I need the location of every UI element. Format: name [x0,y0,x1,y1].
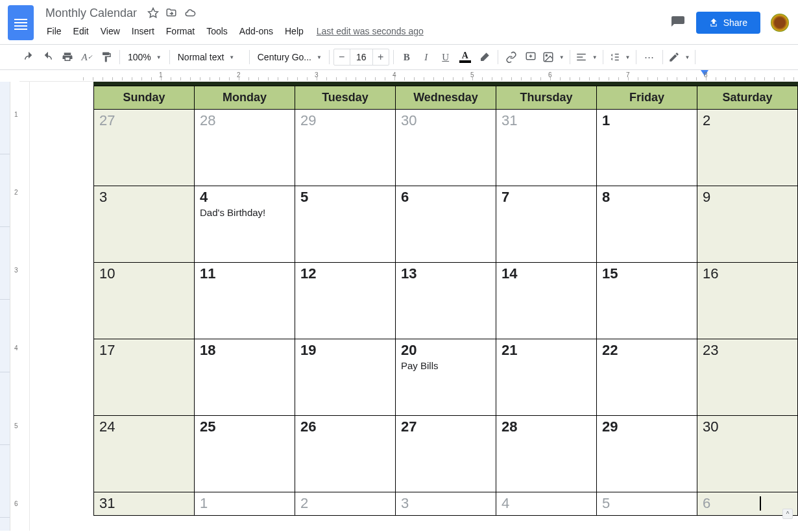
calendar-event[interactable]: Dad's Birthday! [200,207,289,218]
calendar-cell[interactable]: 15 [597,263,697,339]
calendar-cell[interactable]: 1 [597,110,697,186]
day-header[interactable]: Wednesday [396,86,496,110]
font-size-decrease[interactable]: − [334,49,350,65]
calendar-cell[interactable]: 20Pay Bills [396,339,496,416]
day-number: 26 [300,418,390,435]
calendar-cell[interactable]: 13 [396,263,496,339]
calendar-cell[interactable]: 22 [597,339,697,416]
day-header[interactable]: Sunday [94,86,195,110]
highlight-button[interactable] [476,48,494,66]
calendar-cell[interactable]: 9 [697,186,798,263]
paint-format-button[interactable] [97,48,115,66]
insert-image-button[interactable]: ▼ [541,48,566,66]
day-header[interactable]: Tuesday [295,86,396,110]
last-edit-link[interactable]: Last edit was seconds ago [317,26,424,36]
menu-insert[interactable]: Insert [127,23,160,39]
calendar-cell[interactable]: 2 [697,110,798,186]
calendar-cell[interactable]: 3 [94,186,195,263]
bold-button[interactable]: B [398,48,416,66]
calendar-cell[interactable]: 11 [195,263,295,339]
day-number: 14 [502,265,591,282]
calendar-cell[interactable]: 14 [496,263,597,339]
font-size-input[interactable]: 16 [350,49,373,65]
calendar-cell[interactable]: 28 [195,110,295,186]
calendar-cell[interactable]: 8 [597,186,697,263]
vertical-ruler[interactable]: 123456 [10,82,30,531]
day-header[interactable]: Saturday [697,86,798,110]
calendar-cell[interactable]: 29 [597,416,697,492]
add-comment-button[interactable] [522,48,540,66]
calendar-cell[interactable]: 31 [496,110,597,186]
calendar-cell[interactable]: 17 [94,339,195,416]
menu-format[interactable]: Format [161,23,200,39]
calendar-cell[interactable]: 4 [496,492,597,516]
cloud-status-icon[interactable] [184,7,197,19]
redo-button[interactable] [39,48,57,66]
calendar-cell[interactable]: 7 [496,186,597,263]
editing-mode-button[interactable]: ▼ [667,48,692,66]
underline-button[interactable]: U [437,48,455,66]
calendar-cell[interactable]: 28 [496,416,597,492]
star-icon[interactable] [147,7,159,19]
share-button[interactable]: Share [696,12,760,34]
calendar-cell[interactable]: 30 [396,110,496,186]
calendar-cell[interactable]: 26 [295,416,396,492]
menu-tools[interactable]: Tools [201,23,233,39]
calendar-cell[interactable]: 4Dad's Birthday! [195,186,295,263]
comments-icon[interactable] [669,14,687,32]
print-button[interactable] [58,48,77,66]
menu-help[interactable]: Help [280,23,309,39]
calendar-cell[interactable]: 6 [396,186,496,263]
insert-link-button[interactable] [502,48,520,66]
align-button[interactable]: ▼ [574,48,599,66]
document-canvas[interactable]: SundayMondayTuesdayWednesdayThursdayFrid… [30,82,798,531]
day-number: 29 [300,112,390,129]
document-title[interactable]: Monthly Calendar [42,5,141,21]
menu-edit[interactable]: Edit [68,23,94,39]
day-header[interactable]: Friday [597,86,697,110]
calendar-cell[interactable]: 29 [295,110,396,186]
more-button[interactable]: ⋯ [640,48,659,66]
calendar-event[interactable]: Pay Bills [401,360,490,371]
undo-button[interactable] [19,48,38,66]
calendar-table[interactable]: SundayMondayTuesdayWednesdayThursdayFrid… [93,86,798,516]
explore-button[interactable]: ^ [782,509,793,519]
menu-add-ons[interactable]: Add-ons [234,23,278,39]
move-icon[interactable] [165,7,177,19]
day-header[interactable]: Thursday [496,86,597,110]
zoom-dropdown[interactable]: 100%▼ [124,48,165,66]
calendar-cell[interactable]: 10 [94,263,195,339]
calendar-cell[interactable]: 12 [295,263,396,339]
account-avatar[interactable] [769,12,790,33]
line-spacing-button[interactable]: ▼ [607,48,632,66]
horizontal-ruler[interactable]: 12345678 [19,70,798,82]
menu-view[interactable]: View [95,23,125,39]
menu-file[interactable]: File [42,23,67,39]
docs-icon[interactable] [8,5,34,40]
calendar-cell[interactable]: 23 [697,339,798,416]
paragraph-style-dropdown[interactable]: Normal text▼ [174,48,245,66]
calendar-cell[interactable]: 5 [597,492,697,516]
calendar-cell[interactable]: 31 [94,492,195,516]
spellcheck-button[interactable]: A✓ [78,48,96,66]
font-family-dropdown[interactable]: Century Go...▼ [254,48,325,66]
calendar-cell[interactable]: 21 [496,339,597,416]
calendar-cell[interactable]: 27 [94,110,195,186]
calendar-cell[interactable]: 3 [396,492,496,516]
italic-button[interactable]: I [417,48,435,66]
font-size-increase[interactable]: + [373,49,389,65]
calendar-cell[interactable]: 30 [697,416,798,492]
calendar-cell[interactable]: 2 [295,492,396,516]
calendar-cell[interactable]: 5 [295,186,396,263]
calendar-cell[interactable]: 27 [396,416,496,492]
calendar-cell[interactable]: 24 [94,416,195,492]
day-number: 27 [401,418,490,435]
calendar-cell[interactable]: 1 [195,492,295,516]
calendar-cell[interactable]: 25 [195,416,295,492]
calendar-cell[interactable]: 19 [295,339,396,416]
text-color-button[interactable]: A [456,51,474,63]
calendar-cell[interactable]: 16 [697,263,798,339]
calendar-cell[interactable]: 18 [195,339,295,416]
day-number: 28 [200,112,289,129]
day-header[interactable]: Monday [195,86,295,110]
